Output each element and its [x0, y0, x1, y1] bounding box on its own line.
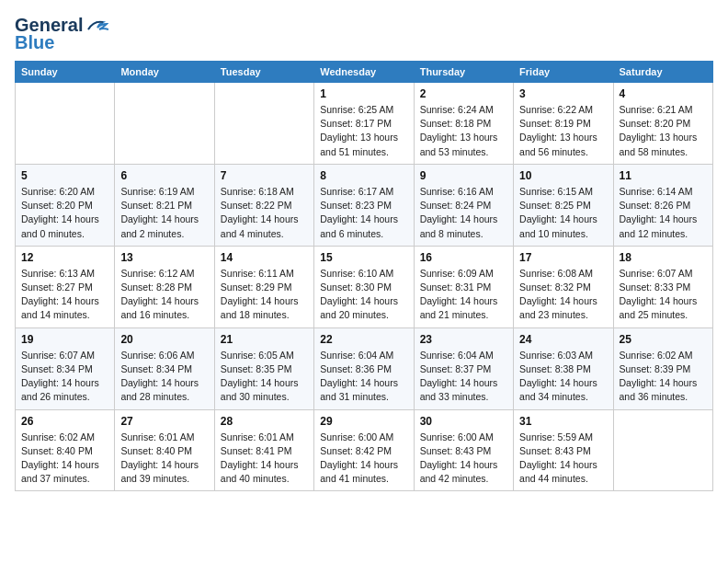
- day-info: Sunrise: 6:13 AM Sunset: 8:27 PM Dayligh…: [21, 267, 108, 323]
- calendar-week-2: 5Sunrise: 6:20 AM Sunset: 8:20 PM Daylig…: [16, 164, 713, 246]
- weekday-header-wednesday: Wednesday: [314, 62, 414, 83]
- calendar-cell: 27Sunrise: 6:01 AM Sunset: 8:40 PM Dayli…: [115, 409, 214, 491]
- day-info: Sunrise: 6:10 AM Sunset: 8:30 PM Dayligh…: [320, 267, 407, 323]
- day-info: Sunrise: 6:00 AM Sunset: 8:42 PM Dayligh…: [320, 431, 407, 487]
- calendar-cell: 18Sunrise: 6:07 AM Sunset: 8:33 PM Dayli…: [613, 246, 712, 327]
- day-info: Sunrise: 6:07 AM Sunset: 8:33 PM Dayligh…: [620, 267, 707, 323]
- day-info: Sunrise: 6:04 AM Sunset: 8:36 PM Dayligh…: [320, 349, 407, 405]
- calendar-cell: 20Sunrise: 6:06 AM Sunset: 8:34 PM Dayli…: [115, 327, 214, 409]
- day-number: 23: [420, 333, 507, 346]
- calendar-cell: 21Sunrise: 6:05 AM Sunset: 8:35 PM Dayli…: [214, 327, 313, 409]
- calendar-cell: [613, 409, 712, 491]
- day-info: Sunrise: 6:22 AM Sunset: 8:19 PM Dayligh…: [519, 103, 607, 159]
- day-info: Sunrise: 6:01 AM Sunset: 8:41 PM Dayligh…: [221, 431, 308, 487]
- day-number: 2: [420, 87, 507, 100]
- calendar-cell: 9Sunrise: 6:16 AM Sunset: 8:24 PM Daylig…: [414, 164, 513, 246]
- day-info: Sunrise: 6:09 AM Sunset: 8:31 PM Dayligh…: [420, 267, 507, 323]
- day-info: Sunrise: 6:01 AM Sunset: 8:40 PM Dayligh…: [120, 431, 208, 487]
- day-number: 22: [320, 333, 407, 346]
- day-number: 17: [519, 251, 607, 264]
- day-info: Sunrise: 6:14 AM Sunset: 8:26 PM Dayligh…: [620, 185, 707, 241]
- day-info: Sunrise: 6:15 AM Sunset: 8:25 PM Dayligh…: [519, 185, 607, 241]
- day-info: Sunrise: 6:17 AM Sunset: 8:23 PM Dayligh…: [320, 185, 407, 241]
- day-number: 30: [420, 415, 507, 428]
- day-number: 14: [221, 251, 308, 264]
- calendar-week-4: 19Sunrise: 6:07 AM Sunset: 8:34 PM Dayli…: [16, 327, 713, 409]
- day-number: 4: [620, 87, 707, 100]
- calendar-cell: 31Sunrise: 5:59 AM Sunset: 8:43 PM Dayli…: [514, 409, 613, 491]
- day-info: Sunrise: 6:18 AM Sunset: 8:22 PM Dayligh…: [221, 185, 308, 241]
- calendar-cell: 1Sunrise: 6:25 AM Sunset: 8:17 PM Daylig…: [314, 83, 414, 165]
- day-info: Sunrise: 6:20 AM Sunset: 8:20 PM Dayligh…: [21, 185, 108, 241]
- calendar-table: SundayMondayTuesdayWednesdayThursdayFrid…: [15, 61, 713, 491]
- calendar-cell: 30Sunrise: 6:00 AM Sunset: 8:43 PM Dayli…: [414, 409, 513, 491]
- calendar-cell: 7Sunrise: 6:18 AM Sunset: 8:22 PM Daylig…: [214, 164, 313, 246]
- calendar-cell: 10Sunrise: 6:15 AM Sunset: 8:25 PM Dayli…: [514, 164, 613, 246]
- calendar-cell: 11Sunrise: 6:14 AM Sunset: 8:26 PM Dayli…: [613, 164, 712, 246]
- calendar-cell: 12Sunrise: 6:13 AM Sunset: 8:27 PM Dayli…: [16, 246, 115, 327]
- weekday-header-sunday: Sunday: [16, 62, 115, 83]
- calendar-cell: 28Sunrise: 6:01 AM Sunset: 8:41 PM Dayli…: [214, 409, 313, 491]
- day-number: 16: [420, 251, 507, 264]
- calendar-cell: 2Sunrise: 6:24 AM Sunset: 8:18 PM Daylig…: [414, 83, 513, 165]
- calendar-cell: 17Sunrise: 6:08 AM Sunset: 8:32 PM Dayli…: [514, 246, 613, 327]
- day-number: 1: [320, 87, 407, 100]
- calendar-cell: 19Sunrise: 6:07 AM Sunset: 8:34 PM Dayli…: [16, 327, 115, 409]
- day-number: 7: [221, 169, 308, 182]
- day-number: 31: [519, 415, 607, 428]
- day-info: Sunrise: 6:02 AM Sunset: 8:40 PM Dayligh…: [21, 431, 108, 487]
- calendar-cell: 26Sunrise: 6:02 AM Sunset: 8:40 PM Dayli…: [16, 409, 115, 491]
- day-info: Sunrise: 6:03 AM Sunset: 8:38 PM Dayligh…: [519, 349, 607, 405]
- day-info: Sunrise: 6:19 AM Sunset: 8:21 PM Dayligh…: [120, 185, 208, 241]
- day-number: 28: [221, 415, 308, 428]
- weekday-header-saturday: Saturday: [613, 62, 712, 83]
- day-info: Sunrise: 6:08 AM Sunset: 8:32 PM Dayligh…: [519, 267, 607, 323]
- day-info: Sunrise: 6:04 AM Sunset: 8:37 PM Dayligh…: [420, 349, 507, 405]
- calendar-cell: 5Sunrise: 6:20 AM Sunset: 8:20 PM Daylig…: [16, 164, 115, 246]
- day-number: 25: [620, 333, 707, 346]
- calendar-cell: 8Sunrise: 6:17 AM Sunset: 8:23 PM Daylig…: [314, 164, 414, 246]
- day-info: Sunrise: 6:16 AM Sunset: 8:24 PM Dayligh…: [420, 185, 507, 241]
- day-number: 15: [320, 251, 407, 264]
- weekday-header-monday: Monday: [115, 62, 214, 83]
- day-number: 8: [320, 169, 407, 182]
- calendar-cell: 3Sunrise: 6:22 AM Sunset: 8:19 PM Daylig…: [514, 83, 613, 165]
- calendar-header-row: SundayMondayTuesdayWednesdayThursdayFrid…: [16, 62, 713, 83]
- day-number: 10: [519, 169, 607, 182]
- day-number: 5: [21, 169, 108, 182]
- calendar-cell: 25Sunrise: 6:02 AM Sunset: 8:39 PM Dayli…: [613, 327, 712, 409]
- day-number: 27: [120, 415, 208, 428]
- day-number: 12: [21, 251, 108, 264]
- calendar-cell: 23Sunrise: 6:04 AM Sunset: 8:37 PM Dayli…: [414, 327, 513, 409]
- calendar-cell: 15Sunrise: 6:10 AM Sunset: 8:30 PM Dayli…: [314, 246, 414, 327]
- calendar-cell: 4Sunrise: 6:21 AM Sunset: 8:20 PM Daylig…: [613, 83, 712, 165]
- day-info: Sunrise: 6:25 AM Sunset: 8:17 PM Dayligh…: [320, 103, 407, 159]
- weekday-header-friday: Friday: [514, 62, 613, 83]
- calendar-cell: 29Sunrise: 6:00 AM Sunset: 8:42 PM Dayli…: [314, 409, 414, 491]
- day-info: Sunrise: 6:02 AM Sunset: 8:39 PM Dayligh…: [620, 349, 707, 405]
- day-number: 24: [519, 333, 607, 346]
- day-number: 29: [320, 415, 407, 428]
- calendar-cell: 14Sunrise: 6:11 AM Sunset: 8:29 PM Dayli…: [214, 246, 313, 327]
- calendar-cell: 24Sunrise: 6:03 AM Sunset: 8:38 PM Dayli…: [514, 327, 613, 409]
- day-info: Sunrise: 5:59 AM Sunset: 8:43 PM Dayligh…: [519, 431, 607, 487]
- calendar-cell: [214, 83, 313, 165]
- calendar-cell: 6Sunrise: 6:19 AM Sunset: 8:21 PM Daylig…: [115, 164, 214, 246]
- day-info: Sunrise: 6:21 AM Sunset: 8:20 PM Dayligh…: [620, 103, 707, 159]
- day-number: 13: [120, 251, 208, 264]
- day-number: 11: [620, 169, 707, 182]
- day-info: Sunrise: 6:12 AM Sunset: 8:28 PM Dayligh…: [120, 267, 208, 323]
- logo-blue: Blue: [15, 32, 54, 53]
- calendar-week-5: 26Sunrise: 6:02 AM Sunset: 8:40 PM Dayli…: [16, 409, 713, 491]
- day-info: Sunrise: 6:06 AM Sunset: 8:34 PM Dayligh…: [120, 349, 208, 405]
- calendar-week-3: 12Sunrise: 6:13 AM Sunset: 8:27 PM Dayli…: [16, 246, 713, 327]
- day-info: Sunrise: 6:05 AM Sunset: 8:35 PM Dayligh…: [221, 349, 308, 405]
- day-number: 20: [120, 333, 208, 346]
- calendar-week-1: 1Sunrise: 6:25 AM Sunset: 8:17 PM Daylig…: [16, 83, 713, 165]
- day-info: Sunrise: 6:11 AM Sunset: 8:29 PM Dayligh…: [221, 267, 308, 323]
- day-number: 6: [120, 169, 208, 182]
- calendar-cell: 16Sunrise: 6:09 AM Sunset: 8:31 PM Dayli…: [414, 246, 513, 327]
- calendar-cell: 22Sunrise: 6:04 AM Sunset: 8:36 PM Dayli…: [314, 327, 414, 409]
- day-number: 3: [519, 87, 607, 100]
- page-header: General Blue: [15, 15, 713, 53]
